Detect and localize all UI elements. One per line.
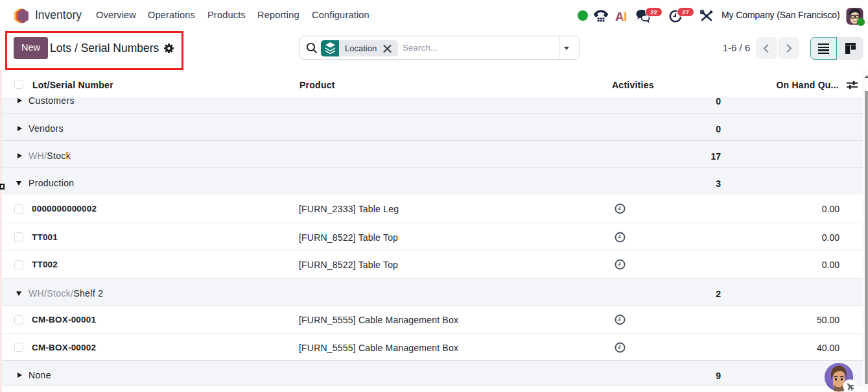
svg-text:A: A [615,10,624,22]
svg-text:I: I [624,10,627,22]
